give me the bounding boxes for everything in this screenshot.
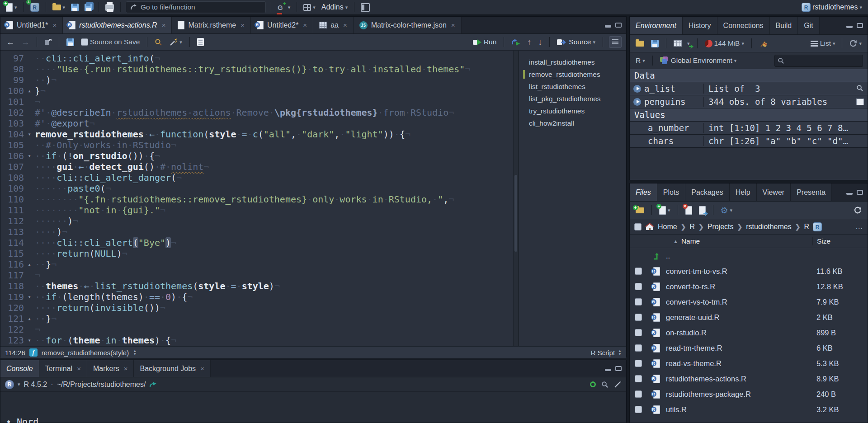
code-line[interactable]: 113····)¬	[0, 226, 513, 237]
refresh-files-button[interactable]	[852, 206, 863, 215]
session-status-icon[interactable]	[590, 381, 596, 387]
fold-marker[interactable]: ▾	[24, 335, 35, 346]
environment-selector[interactable]: Global Environment ▾	[659, 56, 738, 66]
close-icon[interactable]: ×	[162, 21, 166, 29]
breadcrumb-more-button[interactable]: ...	[856, 223, 863, 231]
close-icon[interactable]: ×	[303, 21, 307, 29]
checkbox-icon[interactable]	[635, 390, 642, 398]
tab-matrix-rstheme[interactable]: Matrix.rstheme×	[172, 17, 251, 33]
document-outline-toggle[interactable]	[609, 36, 622, 48]
filetype-stepper-icon[interactable]: ▲▼	[618, 350, 622, 356]
delete-file-button[interactable]: ✕	[684, 205, 693, 216]
rerun-button[interactable]	[510, 38, 522, 47]
table-view-icon[interactable]	[856, 99, 864, 105]
save-all-button[interactable]	[83, 3, 94, 12]
file-name[interactable]: convert-to-rs.R	[666, 282, 812, 291]
environment-object-row[interactable]: a_listList of 3	[630, 82, 868, 95]
code-line[interactable]: 116▴··}¬	[0, 259, 513, 270]
tab-matrix-color-theme-json[interactable]: JSMatrix-color-theme.json×	[354, 17, 462, 33]
file-row[interactable]: Rconvert-to-rs.R12.8 KB	[630, 279, 868, 294]
file-name[interactable]: generate-uuid.R	[666, 313, 812, 322]
file-name[interactable]: on-rstudio.R	[666, 329, 812, 337]
parent-directory-row[interactable]: ..	[630, 248, 868, 263]
checkbox-icon[interactable]	[635, 298, 642, 306]
file-name[interactable]: rstudiothemes-actions.R	[666, 375, 812, 383]
editor-save-button[interactable]	[65, 38, 75, 47]
select-all-checkbox[interactable]	[634, 223, 642, 230]
minimize-icon[interactable]	[605, 23, 611, 28]
maximize-icon[interactable]	[857, 23, 863, 28]
file-name[interactable]: read-tm-theme.R	[666, 344, 812, 352]
code-line[interactable]: 99··)¬	[0, 75, 513, 85]
outline-item[interactable]: install_rstudiothemes	[519, 56, 626, 68]
name-column-header[interactable]: ▲ Name	[630, 237, 812, 245]
popout-button[interactable]	[43, 38, 53, 46]
maximize-icon[interactable]	[857, 190, 863, 195]
source-button[interactable]: Source ▾	[556, 37, 597, 47]
close-icon[interactable]: ×	[451, 21, 455, 29]
console-search-icon[interactable]	[601, 381, 609, 388]
home-icon[interactable]	[645, 223, 654, 230]
fold-marker[interactable]: ▴	[24, 85, 35, 96]
save-button[interactable]	[70, 3, 80, 12]
environment-object-row[interactable]: penguins344 obs. of 8 variables	[630, 95, 868, 108]
file-name[interactable]: rstudiothemes-package.R	[666, 390, 812, 399]
tab-presenta[interactable]: Presenta	[791, 183, 832, 201]
run-button[interactable]: Run	[472, 37, 498, 47]
tab-terminal[interactable]: Terminal×	[39, 360, 87, 377]
breadcrumb-item[interactable]: Projects	[708, 223, 734, 231]
tab-aa[interactable]: aa×	[313, 17, 354, 33]
forward-button[interactable]: →	[20, 37, 31, 47]
load-workspace-button[interactable]	[634, 40, 646, 47]
code-line[interactable]: 123▾··for·(theme·in·themes)·{¬	[0, 335, 513, 346]
file-name[interactable]: convert-vs-to-tm.R	[666, 298, 812, 306]
code-line[interactable]: 101¬	[0, 96, 513, 107]
new-file-button[interactable]: + ▾	[5, 2, 19, 13]
scrollbar-thumb[interactable]	[514, 175, 517, 252]
code-line[interactable]: 109······paste0(¬	[0, 183, 513, 194]
outline-item[interactable]: remove_rstudiothemes	[519, 68, 626, 80]
breadcrumb-item[interactable]: Home	[658, 223, 677, 231]
copy-file-button[interactable]	[698, 205, 707, 216]
new-folder-button[interactable]: +	[634, 207, 646, 214]
outline-item[interactable]: try_rstudiothemes	[519, 105, 626, 117]
go-previous-section-button[interactable]: ↑	[526, 37, 533, 47]
tab-untitled1-[interactable]: RUntitled1*×	[0, 17, 63, 33]
fold-marker[interactable]: ▾	[24, 150, 35, 161]
code-line[interactable]: 111········"not·in·{gui}."¬	[0, 205, 513, 216]
code-line[interactable]: 110········"{.fn·rstudiothemes::remove_r…	[0, 194, 513, 205]
fold-marker[interactable]: ▴	[24, 313, 35, 324]
tab-git[interactable]: Git	[798, 17, 819, 34]
goto-file-function-input[interactable]: Go to file/function	[126, 1, 266, 13]
close-icon[interactable]: ×	[124, 365, 128, 372]
tab-environment[interactable]: Environment	[630, 17, 683, 34]
tab-console[interactable]: Console	[0, 360, 39, 377]
file-row[interactable]: Rread-vs-theme.R5.3 KB	[630, 356, 868, 371]
minimize-icon[interactable]	[846, 190, 853, 195]
outline-item[interactable]: list_rstudiothemes	[519, 80, 626, 93]
source-on-save-checkbox[interactable]: Source on Save	[80, 37, 141, 47]
environment-search-input[interactable]	[774, 55, 863, 67]
project-icon[interactable]: R	[813, 222, 822, 231]
console-output[interactable]: • Nord [n,k,q]:	[0, 392, 626, 423]
close-icon[interactable]: ×	[200, 365, 204, 372]
close-icon[interactable]: ×	[343, 21, 347, 29]
expand-icon[interactable]	[633, 85, 641, 93]
tab-plots[interactable]: Plots	[657, 183, 686, 201]
environment-object-row[interactable]: a_numberint [1:10] 1 2 3 4 5 6 7 8…	[630, 122, 868, 135]
file-row[interactable]: Rrstudiothemes-actions.R8.9 KB	[630, 371, 868, 386]
code-line[interactable]: 107····gui·←·detect_gui()·#·nolint¬	[0, 161, 513, 172]
language-selector[interactable]: R ▾	[634, 56, 646, 66]
checkbox-icon[interactable]	[635, 268, 642, 275]
environment-pane-controls[interactable]	[846, 17, 868, 34]
code-line[interactable]: 118··themes·←·list_rstudiothemes(style·=…	[0, 281, 513, 291]
code-line[interactable]: 119▾··if·(length(themes)·==·0)·{¬	[0, 291, 513, 302]
workspace-panes-button[interactable]: ▾	[302, 3, 317, 12]
expand-icon[interactable]	[633, 98, 641, 106]
breadcrumb-item[interactable]: R	[689, 223, 695, 231]
tab-build[interactable]: Build	[770, 17, 798, 34]
close-icon[interactable]: ×	[241, 21, 245, 29]
file-row[interactable]: Rrstudiothemes-package.R240 B	[630, 386, 868, 402]
file-row[interactable]: Rgenerate-uuid.R2 KB	[630, 310, 868, 325]
checkbox-icon[interactable]	[635, 344, 642, 352]
